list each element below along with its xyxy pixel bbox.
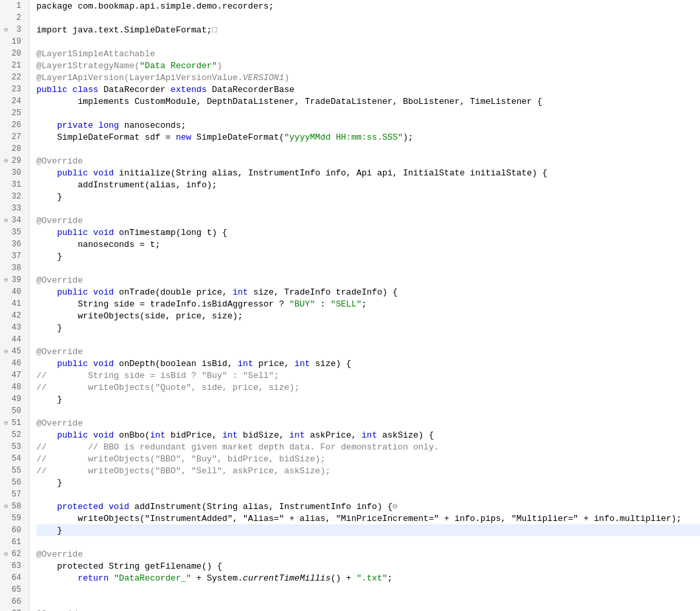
line-number-58: 58	[5, 500, 24, 512]
line-number-19: 19	[5, 36, 24, 48]
line-number-38: 38	[5, 262, 24, 274]
code-line-42: writeObjects(side, price, size);	[36, 310, 700, 322]
line-number-28: 28	[5, 143, 24, 155]
line-number-41: 41	[5, 298, 24, 310]
line-number-2: 2	[5, 12, 24, 24]
code-line-45: @Override	[36, 346, 700, 357]
line-number-67: 67	[5, 608, 24, 611]
code-line-52: public void onBbo(int bidPrice, int bidS…	[36, 429, 700, 441]
line-number-35: 35	[5, 226, 24, 238]
line-number-31: 31	[5, 179, 24, 191]
line-number-55: 55	[5, 465, 24, 477]
code-content[interactable]: package com.bookmap.api.simple.demo.reco…	[30, 0, 700, 611]
code-line-23: public class DataRecorder extends DataRe…	[36, 83, 700, 95]
line-number-40: 40	[5, 286, 24, 298]
code-line-43: }	[36, 322, 700, 334]
line-number-21: 21	[5, 60, 24, 71]
code-line-46: public void onDepth(boolean isBid, int p…	[36, 357, 700, 369]
line-number-46: 46	[5, 357, 24, 369]
code-line-62: @Override	[36, 548, 700, 560]
line-number-62: 62	[5, 548, 24, 560]
line-number-30: 30	[5, 167, 24, 179]
code-line-29: @Override	[36, 155, 700, 167]
code-line-49: }	[36, 393, 700, 405]
line-number-57: 57	[5, 489, 24, 500]
code-line-22: @Layer1ApiVersion(Layer1ApiVersionValue.…	[36, 71, 700, 83]
code-line-56: }	[36, 477, 700, 489]
line-number-42: 42	[5, 310, 24, 322]
code-line-51: @Override	[36, 417, 700, 429]
line-number-24: 24	[5, 95, 24, 107]
code-line-44	[36, 334, 700, 346]
code-line-67: @Override	[36, 608, 700, 611]
line-number-59: 59	[5, 512, 24, 524]
code-line-50	[36, 405, 700, 417]
line-number-39: 39	[5, 274, 24, 286]
code-line-20: @Layer1SimpleAttachable	[36, 48, 700, 60]
line-number-34: 34	[5, 214, 24, 226]
line-number-50: 50	[5, 405, 24, 417]
code-line-65	[36, 584, 700, 596]
code-line-54: // writeObjects("BBO", "Buy", bidPrice, …	[36, 453, 700, 465]
code-line-34: @Override	[36, 214, 700, 226]
code-line-60: }	[36, 524, 700, 536]
code-line-38	[36, 262, 700, 274]
line-number-45: 45	[5, 346, 24, 357]
line-number-1: 1	[5, 0, 24, 12]
line-number-53: 53	[5, 441, 24, 453]
code-line-35: public void onTimestamp(long t) {	[36, 226, 700, 238]
line-number-54: 54	[5, 453, 24, 465]
line-number-23: 23	[5, 83, 24, 95]
line-number-33: 33	[5, 203, 24, 214]
code-line-47: // String side = isBid ? "Buy" : "Sell";	[36, 369, 700, 381]
code-line-57	[36, 489, 700, 500]
line-number-25: 25	[5, 107, 24, 119]
code-line-58: protected void addInstrument(String alia…	[36, 500, 700, 512]
code-line-39: @Override	[36, 274, 700, 286]
code-line-33	[36, 203, 700, 214]
code-line-3: import java.text.SimpleDateFormat;□	[36, 24, 700, 36]
code-line-19	[36, 36, 700, 48]
line-number-52: 52	[5, 429, 24, 441]
code-line-66	[36, 596, 700, 608]
line-number-22: 22	[5, 71, 24, 83]
code-line-37: }	[36, 250, 700, 262]
line-number-56: 56	[5, 477, 24, 489]
line-number-3: 3	[5, 24, 24, 36]
line-number-29: 29	[5, 155, 24, 167]
code-line-48: // writeObjects("Quote", side, price, si…	[36, 381, 700, 393]
code-line-61	[36, 536, 700, 548]
code-line-2	[36, 12, 700, 24]
code-line-21: @Layer1StrategyName("Data Recorder")	[36, 60, 700, 71]
line-number-63: 63	[5, 560, 24, 572]
code-line-55: // writeObjects("BBO", "Sell", askPrice,…	[36, 465, 700, 477]
code-line-53: // // BBO is redundant given market dept…	[36, 441, 700, 453]
line-number-20: 20	[5, 48, 24, 60]
line-number-26: 26	[5, 119, 24, 131]
code-line-27: SimpleDateFormat sdf = new SimpleDateFor…	[36, 131, 700, 143]
code-line-24: implements CustomModule, DepthDataListen…	[36, 95, 700, 107]
code-line-31: addInstrument(alias, info);	[36, 179, 700, 191]
code-line-36: nanoseconds = t;	[36, 238, 700, 250]
line-number-61: 61	[5, 536, 24, 548]
line-number-37: 37	[5, 250, 24, 262]
code-line-1: package com.bookmap.api.simple.demo.reco…	[36, 0, 700, 12]
code-line-63: protected String getFilename() {	[36, 560, 700, 572]
line-number-44: 44	[5, 334, 24, 346]
code-line-26: private long nanoseconds;	[36, 119, 700, 131]
code-line-30: public void initialize(String alias, Ins…	[36, 167, 700, 179]
code-editor: 1231920212223242526272829303132333435363…	[0, 0, 700, 611]
code-line-64: return "DataRecorder_" + System.currentT…	[36, 572, 700, 584]
code-line-59: writeObjects("InstrumentAdded", "Alias="…	[36, 512, 700, 524]
code-line-40: public void onTrade(double price, int si…	[36, 286, 700, 298]
line-number-66: 66	[5, 596, 24, 608]
line-number-64: 64	[5, 572, 24, 584]
line-number-60: 60	[5, 524, 24, 536]
line-number-36: 36	[5, 238, 24, 250]
code-line-25	[36, 107, 700, 119]
line-number-51: 51	[5, 417, 24, 429]
line-number-32: 32	[5, 191, 24, 203]
code-line-32: }	[36, 191, 700, 203]
line-number-65: 65	[5, 584, 24, 596]
code-line-41: String side = tradeInfo.isBidAggressor ?…	[36, 298, 700, 310]
